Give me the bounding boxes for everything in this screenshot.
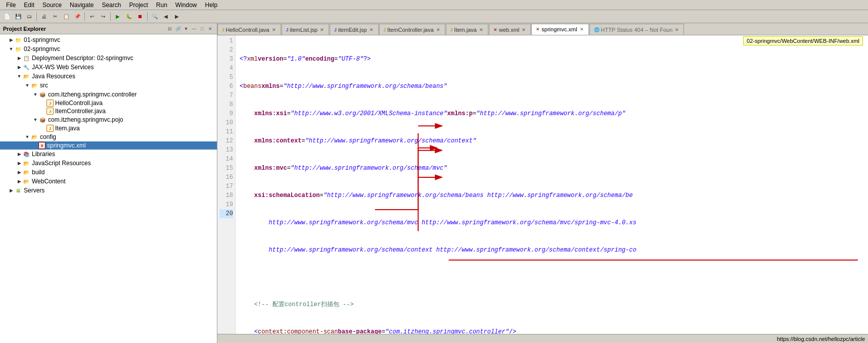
tab-springmvc[interactable]: ✕ springmvc.xml ✕ (531, 24, 588, 35)
editor-wrapper: 02-springmvc/WebContent/WEB-INF/web.xml … (217, 35, 868, 334)
tab-ItemController[interactable]: J ItemController.java ✕ (379, 24, 445, 35)
view-menu-btn[interactable]: ▼ (182, 25, 190, 32)
tab-itemEdit[interactable]: J itemEdit.jsp ✕ (330, 24, 378, 35)
tree-arrow: ▼ (24, 82, 30, 88)
tree-item-js-resources[interactable]: ▶ 📂 JavaScript Resources (0, 159, 217, 168)
tree-item-pkg-controller[interactable]: ▼ 📦 com.itzheng.springmvc.controller (0, 90, 217, 99)
tab-close-http404[interactable]: ✕ (674, 27, 679, 32)
tab-close-itemEdit[interactable]: ✕ (369, 27, 374, 32)
line-num-3: 3 (219, 55, 233, 64)
maximize-panel-btn[interactable]: □ (199, 25, 206, 32)
tree-item-jaxws[interactable]: ▶ 🔧 JAX-WS Web Services (0, 63, 217, 72)
tab-close-ItemController[interactable]: ✕ (436, 27, 441, 32)
toolbar-paste[interactable]: 📌 (72, 12, 82, 22)
toolbar-prev[interactable]: ◀ (161, 12, 171, 22)
tree-label: Servers (24, 187, 44, 194)
code-line-1: <?xml version="1.0" encoding="UTF-8"?> (240, 55, 864, 64)
toolbar-print[interactable]: 🖨 (39, 12, 49, 22)
tree-item-libraries[interactable]: ▶ 📚 Libraries (0, 150, 217, 159)
tab-close-webxml[interactable]: ✕ (521, 27, 526, 32)
tree-label: Deployment Descriptor: 02-springmvc (32, 55, 133, 62)
toolbar-copy[interactable]: 📋 (61, 12, 71, 22)
tree-label: build (32, 169, 44, 176)
folder-icon: 📂 (22, 159, 30, 167)
toolbar-save-all[interactable]: 🗂 (24, 12, 34, 22)
server-icon: 🖥 (14, 186, 22, 194)
line-num-7: 7 (219, 91, 233, 100)
tree-item-HelloControll[interactable]: J HelloControll.java (0, 99, 217, 107)
code-area[interactable]: <?xml version="1.0" encoding="UTF-8"?> <… (236, 35, 868, 334)
tree-label: config (40, 133, 56, 140)
toolbar-run[interactable]: ▶ (113, 12, 123, 22)
tree-item-build[interactable]: ▶ 📂 build (0, 168, 217, 177)
line-num-2: 2 (219, 45, 233, 55)
editor-content[interactable]: 1 2 3 4 5 6 7 8 9 10 11 12 13 14 15 16 1 (217, 35, 868, 334)
tree-item-Item[interactable]: J Item.java (0, 124, 217, 132)
code-line-10: <!-- 配置controller扫描包 --> (240, 300, 864, 309)
tree-item-springmvc-xml[interactable]: X springmvc.xml (0, 141, 217, 150)
tree-label: Item.java (55, 125, 80, 132)
tab-HelloControll[interactable]: J HelloControll.java ✕ (217, 24, 281, 35)
toolbar-undo[interactable]: ↩ (87, 12, 97, 22)
tree-item-src[interactable]: ▼ 📂 src (0, 81, 217, 90)
menu-search[interactable]: Search (98, 1, 125, 10)
tree-item-02-springmvc[interactable]: ▼ 📁 02-springmvc (0, 44, 217, 54)
toolbar-cut[interactable]: ✂ (50, 12, 60, 22)
tree-item-01-springmvc[interactable]: ▶ 📁 01-springmvc (0, 35, 217, 44)
tree-item-webcontent[interactable]: ▶ 📂 WebContent (0, 177, 217, 186)
tab-close-Item[interactable]: ✕ (479, 27, 484, 32)
tree-item-config[interactable]: ▼ 📂 config (0, 132, 217, 141)
tab-itemList[interactable]: J itemList.jsp ✕ (282, 24, 330, 35)
code-line-7: http://www.springframework.org/schema/mv… (240, 218, 864, 227)
java-icon: J (47, 125, 54, 132)
line-num-14: 14 (219, 155, 233, 164)
menu-project[interactable]: Project (125, 1, 152, 10)
toolbar-save[interactable]: 💾 (13, 12, 23, 22)
menu-source[interactable]: Source (38, 1, 66, 10)
java-icon: J (47, 100, 54, 107)
line-num-20: 20 (219, 209, 233, 218)
toolbar: 📄 💾 🗂 🖨 ✂ 📋 📌 ↩ ↪ ▶ 🐛 ⏹ 🔍 ◀ ▶ (0, 10, 868, 23)
code-line-8: http://www.springframework.org/schema/co… (240, 246, 864, 255)
toolbar-next[interactable]: ▶ (172, 12, 182, 22)
minimize-panel-btn[interactable]: — (191, 25, 198, 32)
tree-label: Java Resources (32, 73, 75, 80)
tree-item-pkg-pojo[interactable]: ▼ 📦 com.itzheng.springmvc.pojo (0, 115, 217, 124)
jsp-tab-icon2: J (334, 27, 337, 32)
tab-close-springmvc[interactable]: ✕ (579, 27, 584, 32)
close-panel-btn[interactable]: ✕ (207, 25, 214, 32)
tree-container[interactable]: ▶ 📁 01-springmvc ▼ 📁 02-springmvc ▶ 📋 De… (0, 34, 217, 343)
status-bar: https://blog.csdn.net/hellozpc/article (217, 334, 868, 343)
tree-item-java-resources[interactable]: ▼ 📂 Java Resources (0, 72, 217, 81)
tab-Item[interactable]: J Item.java ✕ (446, 24, 488, 35)
tree-item-ItemController[interactable]: J ItemController.java (0, 107, 217, 115)
toolbar-redo[interactable]: ↪ (98, 12, 108, 22)
toolbar-debug[interactable]: 🐛 (124, 12, 134, 22)
menu-edit[interactable]: Edit (20, 1, 38, 10)
toolbar-stop[interactable]: ⏹ (135, 12, 145, 22)
line-num-11: 11 (219, 127, 233, 136)
tree-arrow: ▶ (16, 178, 22, 184)
menu-window[interactable]: Window (171, 1, 201, 10)
menu-navigate[interactable]: Navigate (66, 1, 98, 10)
tree-label: ItemController.java (55, 108, 106, 115)
menu-help[interactable]: Help (201, 1, 222, 10)
link-editor-btn[interactable]: 🔗 (174, 25, 181, 32)
library-icon: 📚 (22, 150, 30, 158)
toolbar-new[interactable]: 📄 (2, 12, 12, 22)
menu-run[interactable]: Run (152, 1, 171, 10)
collapse-all-btn[interactable]: ⊟ (166, 25, 173, 32)
tab-close-HelloControll[interactable]: ✕ (271, 27, 277, 32)
tree-item-deployment[interactable]: ▶ 📋 Deployment Descriptor: 02-springmvc (0, 54, 217, 63)
tab-webxml[interactable]: ✕ web.xml ✕ (489, 24, 531, 35)
toolbar-sep-4 (147, 12, 148, 21)
menu-file[interactable]: File (2, 1, 20, 10)
tab-http404[interactable]: 🌐 HTTP Status 404 – Not Foun ✕ (589, 24, 684, 35)
toolbar-search[interactable]: 🔍 (150, 12, 160, 22)
tree-arrow: ▼ (24, 134, 30, 140)
line-num-18: 18 (219, 191, 233, 200)
tab-close-itemList[interactable]: ✕ (319, 27, 325, 32)
tree-arrow (40, 125, 47, 131)
tree-item-servers[interactable]: ▶ 🖥 Servers (0, 186, 217, 195)
tree-arrow (40, 108, 47, 114)
